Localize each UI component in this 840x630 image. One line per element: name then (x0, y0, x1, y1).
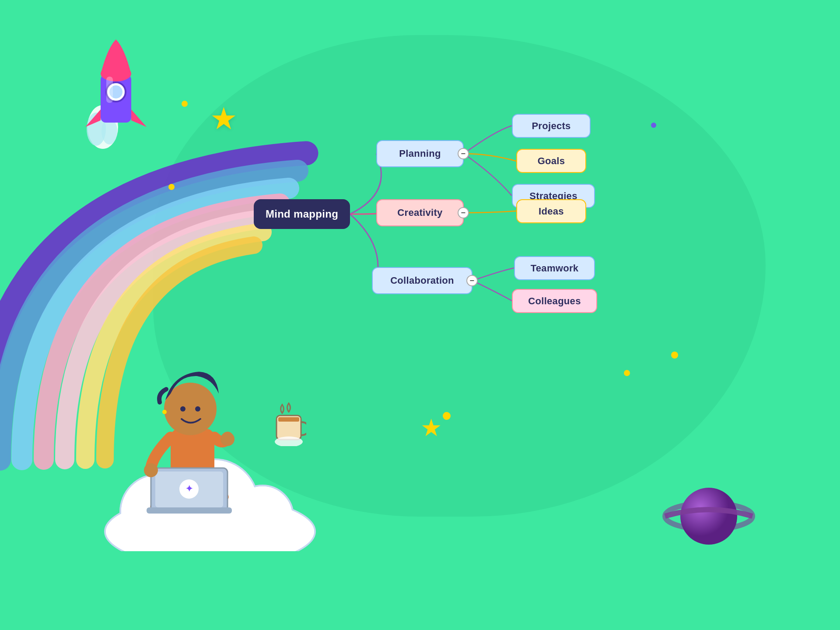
svg-rect-31 (278, 417, 299, 422)
person-illustration: ✦ (136, 332, 258, 516)
planet-illustration (661, 472, 757, 560)
svg-point-29 (162, 410, 167, 414)
planning-collapse-button[interactable]: − (458, 148, 469, 159)
collaboration-collapse-button[interactable]: − (466, 275, 478, 286)
svg-point-28 (195, 406, 200, 412)
star-decoration-1: ★ (210, 101, 238, 137)
dot-decoration-2 (168, 184, 175, 190)
mindmap-ideas-node[interactable]: Ideas (516, 199, 586, 223)
svg-rect-23 (147, 507, 232, 514)
dot-decoration-1 (182, 101, 188, 107)
dot-decoration-4 (624, 370, 630, 376)
mindmap-planning-node[interactable]: Planning − (376, 140, 464, 167)
star-decoration-2: ★ (420, 414, 442, 442)
mindmap-teamwork-node[interactable]: Teamwork (514, 256, 595, 280)
svg-point-24 (144, 463, 158, 477)
mindmap-projects-node[interactable]: Projects (512, 114, 591, 138)
creativity-collapse-button[interactable]: − (458, 207, 469, 218)
mindmap-colleagues-node[interactable]: Colleagues (512, 289, 597, 313)
svg-rect-7 (106, 77, 113, 103)
dot-decoration-3 (443, 412, 451, 420)
dot-decoration-5 (651, 123, 656, 128)
mindmap-center-node[interactable]: Mind mapping (254, 199, 350, 229)
svg-text:✦: ✦ (186, 484, 193, 493)
mindmap-container: Mind mapping Planning − Creativity − Col… (254, 105, 626, 324)
rocket-illustration (68, 35, 164, 149)
mindmap-goals-node[interactable]: Goals (516, 149, 586, 173)
mindmap-collaboration-node[interactable]: Collaboration − (372, 267, 472, 294)
svg-point-34 (680, 488, 737, 545)
dot-decoration-6 (671, 352, 678, 359)
coffee-cup (271, 402, 306, 446)
mindmap-creativity-node[interactable]: Creativity − (376, 199, 464, 226)
svg-point-27 (180, 406, 186, 412)
svg-point-25 (220, 432, 234, 446)
